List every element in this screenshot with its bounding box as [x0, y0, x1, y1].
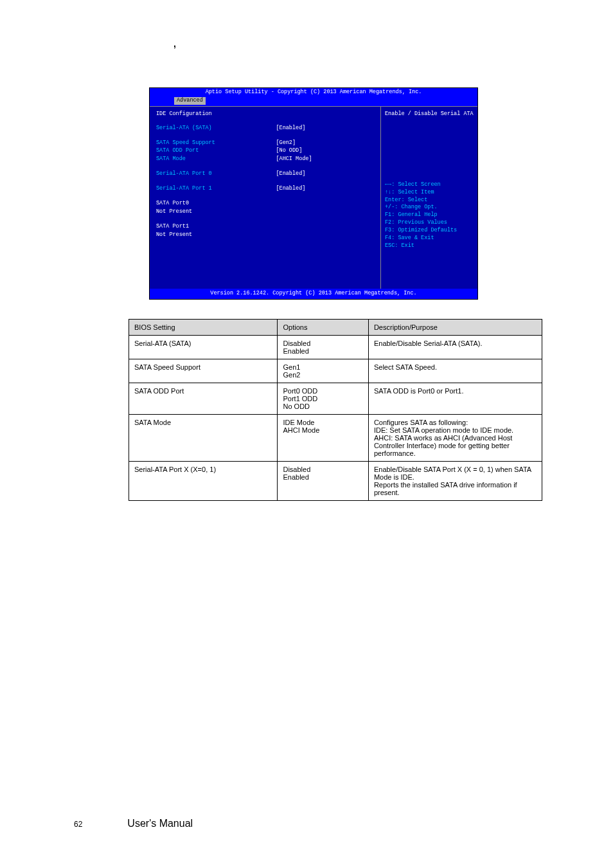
tab-advanced[interactable]: Advanced: [174, 97, 206, 105]
bios-nav-hint: F4: Save & Exit: [385, 235, 474, 242]
col-setting: BIOS Setting: [129, 319, 278, 335]
bios-nav-hints: ←→: Select Screen↑↓: Select ItemEnter: S…: [385, 181, 474, 250]
bios-setting-row[interactable]: Not Present: [156, 231, 374, 239]
bios-setting-value: [No ODD]: [276, 147, 302, 155]
bios-setting-label: Serial-ATA (SATA): [156, 125, 276, 132]
bios-setting-label: SATA Port1: [156, 223, 276, 231]
cell-description: Select SATA Speed.: [368, 359, 542, 383]
table-row: SATA Speed SupportGen1 Gen2Select SATA S…: [129, 359, 542, 383]
footer-title: User's Manual: [127, 818, 193, 829]
bios-setting-label: SATA Speed Support: [156, 140, 276, 147]
page-footer: 62 User's Manual: [74, 818, 193, 829]
bios-nav-hint: ESC: Exit: [385, 242, 474, 250]
bios-setting-label: Not Present: [156, 231, 276, 239]
bios-settings-panel: IDE Configuration Serial-ATA (SATA)[Enab…: [150, 107, 381, 289]
cell-setting: Serial-ATA Port X (X=0, 1): [129, 461, 278, 500]
cell-description: Configures SATA as following: IDE: Set S…: [368, 414, 542, 461]
cell-setting: SATA Mode: [129, 414, 278, 461]
bios-setting-label: Serial-ATA Port 0: [156, 170, 276, 178]
cell-options: Disabled Enabled: [278, 335, 368, 359]
bios-setting-value: [Gen2]: [276, 140, 296, 147]
bios-footer-bar: Version 2.16.1242. Copyright (C) 2013 Am…: [150, 289, 477, 299]
cell-description: Enable/Disable Serial-ATA (SATA).: [368, 335, 542, 359]
bios-setting-row[interactable]: SATA Port0: [156, 200, 374, 208]
table-row: SATA ODD PortPort0 ODD Port1 ODD No ODDS…: [129, 383, 542, 414]
cell-options: Gen1 Gen2: [278, 359, 368, 383]
bios-setting-row[interactable]: Serial-ATA Port 0[Enabled]: [156, 170, 374, 178]
bios-setting-label: Serial-ATA Port 1: [156, 185, 276, 193]
cell-setting: SATA ODD Port: [129, 383, 278, 414]
bios-help-panel: Enable / Disable Serial ATA ←→: Select S…: [381, 107, 477, 289]
bios-setting-label: SATA Mode: [156, 156, 276, 163]
bios-setting-label: SATA Port0: [156, 200, 276, 208]
cell-description: SATA ODD is Port0 or Port1.: [368, 383, 542, 414]
col-description: Description/Purpose: [368, 319, 542, 335]
bios-title-bar: Aptio Setup Utility - Copyright (C) 2013…: [150, 88, 477, 97]
bios-setting-row[interactable]: SATA ODD Port[No ODD]: [156, 147, 374, 155]
bios-setting-value: [Enabled]: [276, 170, 305, 178]
bios-nav-hint: ↑↓: Select Item: [385, 189, 474, 197]
cell-setting: Serial-ATA (SATA): [129, 335, 278, 359]
page-number: 62: [74, 820, 125, 829]
bios-nav-hint: Enter: Select: [385, 197, 474, 204]
table-header-row: BIOS Setting Options Description/Purpose: [129, 319, 542, 335]
bios-setting-label: SATA ODD Port: [156, 147, 276, 155]
table-row: Serial-ATA Port X (X=0, 1)Disabled Enabl…: [129, 461, 542, 500]
bios-setting-row[interactable]: SATA Port1: [156, 223, 374, 231]
cell-options: IDE Mode AHCI Mode: [278, 414, 368, 461]
bios-nav-hint: +/-: Change Opt.: [385, 204, 474, 212]
options-table: BIOS Setting Options Description/Purpose…: [129, 319, 542, 501]
cell-options: Port0 ODD Port1 ODD No ODD: [278, 383, 368, 414]
bios-setting-value: [Enabled]: [276, 125, 305, 132]
bios-setting-row[interactable]: SATA Speed Support[Gen2]: [156, 140, 374, 147]
bios-help-text: Enable / Disable Serial ATA: [385, 111, 474, 181]
stray-mark: ,: [173, 39, 542, 49]
table-row: SATA ModeIDE Mode AHCI ModeConfigures SA…: [129, 414, 542, 461]
cell-description: Enable/Disable SATA Port X (X = 0, 1) wh…: [368, 461, 542, 500]
bios-setting-row[interactable]: Serial-ATA (SATA)[Enabled]: [156, 125, 374, 132]
bios-nav-hint: F2: Previous Values: [385, 219, 474, 227]
bios-nav-hint: ←→: Select Screen: [385, 181, 474, 189]
bios-nav-hint: F3: Optimized Defaults: [385, 227, 474, 235]
bios-section-heading: IDE Configuration: [156, 111, 374, 118]
bios-setting-value: [AHCI Mode]: [276, 156, 312, 163]
bios-setting-row[interactable]: Not Present: [156, 208, 374, 216]
cell-options: Disabled Enabled: [278, 461, 368, 500]
bios-nav-hint: F1: General Help: [385, 212, 474, 219]
bios-setting-label: Not Present: [156, 208, 276, 216]
bios-setting-row[interactable]: Serial-ATA Port 1[Enabled]: [156, 185, 374, 193]
table-row: Serial-ATA (SATA)Disabled EnabledEnable/…: [129, 335, 542, 359]
cell-setting: SATA Speed Support: [129, 359, 278, 383]
bios-screenshot: Aptio Setup Utility - Copyright (C) 2013…: [149, 87, 478, 300]
bios-setting-row[interactable]: SATA Mode[AHCI Mode]: [156, 156, 374, 163]
col-options: Options: [278, 319, 368, 335]
bios-tab-bar: Advanced: [150, 97, 477, 106]
bios-setting-value: [Enabled]: [276, 185, 305, 193]
